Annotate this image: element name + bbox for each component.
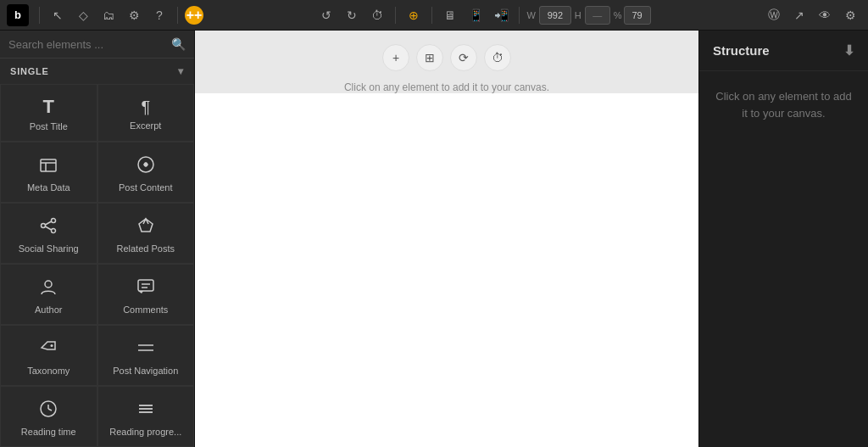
folder-icon[interactable]: 🗂 bbox=[97, 4, 120, 26]
post-navigation-icon bbox=[136, 338, 155, 360]
section-label: SINGLE bbox=[10, 66, 49, 76]
toolbar-center: ↺ ↻ ⏱ ⊕ 🖥 📱 📲 W H % bbox=[207, 4, 760, 26]
sep1 bbox=[39, 7, 40, 24]
element-post-content[interactable]: Post Content bbox=[97, 142, 195, 203]
reading-time-label: Reading time bbox=[21, 427, 76, 437]
social-sharing-label: Social Sharing bbox=[19, 243, 79, 254]
svg-point-13 bbox=[51, 344, 53, 347]
cursor-icon[interactable]: ↖ bbox=[47, 4, 69, 26]
zoom-input[interactable] bbox=[624, 6, 651, 25]
svg-point-9 bbox=[45, 281, 52, 288]
element-taxonomy[interactable]: Taxonomy bbox=[0, 325, 97, 386]
elements-grid: T Post Title ¶ Excerpt Meta Data bbox=[0, 84, 194, 447]
svg-line-7 bbox=[46, 221, 52, 225]
post-navigation-label: Post Navigation bbox=[113, 366, 178, 376]
wordpress-icon[interactable]: Ⓦ bbox=[763, 4, 785, 26]
post-title-label: Post Title bbox=[30, 121, 68, 131]
author-label: Author bbox=[35, 305, 62, 315]
sep2 bbox=[177, 7, 178, 24]
canvas-time-btn[interactable]: ⏱ bbox=[484, 44, 511, 71]
canvas-rotate-btn[interactable]: ⟳ bbox=[450, 44, 477, 71]
structure-hint: Click on any element to add it to your c… bbox=[699, 71, 868, 138]
cog-icon[interactable]: ⚙ bbox=[123, 4, 145, 26]
canvas-grid-btn[interactable]: ⊞ bbox=[416, 44, 443, 71]
external-link-icon[interactable]: ↗ bbox=[788, 4, 810, 26]
device-desktop-icon[interactable]: 🖥 bbox=[439, 4, 461, 26]
height-input[interactable] bbox=[585, 6, 610, 25]
search-icon[interactable]: 🔍 bbox=[171, 37, 186, 51]
related-posts-label: Related Posts bbox=[117, 243, 175, 254]
element-meta-data[interactable]: Meta Data bbox=[0, 142, 97, 203]
layers-icon[interactable]: ⊕ bbox=[403, 4, 425, 26]
element-post-title[interactable]: T Post Title bbox=[0, 84, 97, 142]
width-input[interactable] bbox=[539, 6, 571, 25]
post-content-label: Post Content bbox=[119, 182, 173, 193]
element-author[interactable]: Author bbox=[0, 264, 97, 325]
section-header: SINGLE ▾ bbox=[0, 59, 194, 84]
search-input[interactable] bbox=[8, 38, 164, 51]
svg-rect-10 bbox=[138, 280, 153, 291]
eye-icon[interactable]: 👁 bbox=[814, 4, 836, 26]
undo-icon[interactable]: ↺ bbox=[315, 4, 337, 26]
canvas-add-btn[interactable]: + bbox=[382, 44, 409, 71]
device-mobile-icon[interactable]: 📲 bbox=[490, 4, 512, 26]
svg-point-6 bbox=[52, 229, 56, 233]
element-social-sharing[interactable]: Social Sharing bbox=[0, 203, 97, 264]
pct-label: % bbox=[614, 10, 622, 20]
svg-point-4 bbox=[52, 219, 56, 223]
main-layout: 🔍 SINGLE ▾ T Post Title ¶ Excerpt bbox=[0, 31, 868, 447]
svg-line-8 bbox=[46, 226, 52, 230]
w-label: W bbox=[526, 10, 535, 20]
toolbar: b ↖ ◇ 🗂 ⚙ ? + ↺ ↻ ⏱ ⊕ 🖥 📱 📲 W H % Ⓦ ↗ 👁 bbox=[0, 0, 868, 31]
left-panel: 🔍 SINGLE ▾ T Post Title ¶ Excerpt bbox=[0, 31, 195, 447]
canvas-white-area bbox=[195, 93, 698, 447]
author-icon bbox=[39, 277, 58, 299]
history-icon[interactable]: ⏱ bbox=[366, 4, 388, 26]
canvas-area[interactable]: + ⊞ ⟳ ⏱ Click on any element to add it t… bbox=[195, 31, 698, 447]
taxonomy-icon bbox=[39, 338, 58, 360]
shapes-icon[interactable]: ◇ bbox=[72, 4, 94, 26]
related-posts-icon bbox=[136, 216, 155, 238]
svg-rect-0 bbox=[41, 159, 56, 171]
width-group: W bbox=[526, 6, 570, 25]
chevron-down-icon[interactable]: ▾ bbox=[178, 65, 184, 77]
meta-data-icon bbox=[39, 156, 58, 177]
toolbar-right: Ⓦ ↗ 👁 ⚙ bbox=[763, 4, 861, 26]
element-excerpt[interactable]: ¶ Excerpt bbox=[97, 84, 195, 142]
post-title-icon: T bbox=[43, 98, 54, 116]
zoom-group: % bbox=[614, 6, 651, 25]
structure-header: Structure ⬇ bbox=[699, 31, 868, 71]
meta-data-label: Meta Data bbox=[27, 182, 70, 193]
download-icon[interactable]: ⬇ bbox=[843, 42, 854, 59]
panel-settings-icon[interactable]: ⚙ bbox=[839, 4, 861, 26]
reading-progress-icon bbox=[136, 400, 155, 422]
h-label: H bbox=[575, 10, 581, 20]
post-content-icon bbox=[136, 155, 155, 177]
excerpt-label: Excerpt bbox=[130, 120, 161, 131]
element-reading-time[interactable]: Reading time bbox=[0, 386, 97, 447]
logo[interactable]: b bbox=[7, 4, 29, 26]
reading-progress-label: Reading progre... bbox=[109, 427, 181, 437]
question-icon[interactable]: ? bbox=[148, 4, 170, 26]
search-bar: 🔍 bbox=[0, 31, 194, 59]
element-post-navigation[interactable]: Post Navigation bbox=[97, 325, 195, 386]
comments-icon bbox=[136, 277, 155, 299]
taxonomy-label: Taxonomy bbox=[27, 366, 70, 376]
element-reading-progress[interactable]: Reading progre... bbox=[97, 386, 195, 447]
right-panel: Structure ⬇ Click on any element to add … bbox=[698, 31, 868, 447]
sep4 bbox=[431, 7, 432, 24]
comments-label: Comments bbox=[123, 305, 168, 315]
add-icon[interactable]: + bbox=[185, 6, 203, 25]
social-sharing-icon bbox=[39, 216, 58, 238]
excerpt-icon: ¶ bbox=[141, 98, 150, 115]
redo-icon[interactable]: ↻ bbox=[341, 4, 363, 26]
reading-time-icon bbox=[39, 400, 58, 422]
sep5 bbox=[519, 7, 520, 24]
element-related-posts[interactable]: Related Posts bbox=[97, 203, 195, 264]
element-comments[interactable]: Comments bbox=[97, 264, 195, 325]
sep3 bbox=[395, 7, 396, 24]
svg-point-5 bbox=[42, 224, 46, 228]
device-tablet-icon[interactable]: 📱 bbox=[465, 4, 487, 26]
svg-line-18 bbox=[48, 409, 52, 411]
height-group: H bbox=[575, 6, 610, 25]
